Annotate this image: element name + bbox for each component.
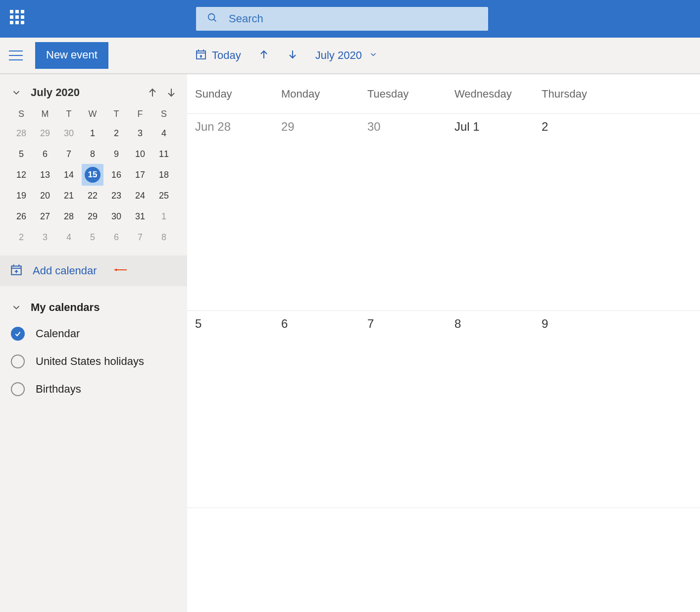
mini-day-cell[interactable]: 26 (9, 206, 33, 227)
mini-day-cell[interactable]: 13 (33, 164, 57, 185)
mini-day-cell[interactable]: 7 (57, 144, 81, 164)
mini-day-cell[interactable]: 12 (9, 164, 33, 185)
today-button[interactable]: Today (195, 49, 241, 62)
mini-day-cell[interactable]: 30 (57, 123, 81, 144)
day-cell[interactable]: 2 (534, 114, 700, 310)
menu-icon[interactable] (9, 51, 23, 60)
mini-day-cell[interactable]: 1 (152, 206, 176, 227)
mini-weekday-label: T (57, 105, 81, 123)
mini-day-cell[interactable]: 16 (104, 164, 128, 185)
mini-day-cell[interactable]: 2 (9, 227, 33, 248)
topbar (0, 0, 700, 38)
mini-day-cell[interactable]: 3 (128, 123, 152, 144)
mini-day-cell[interactable]: 31 (128, 206, 152, 227)
my-calendars-label: My calendars (31, 301, 100, 314)
month-picker[interactable]: July 2020 (315, 49, 378, 62)
day-cell[interactable]: 6 (273, 311, 359, 508)
mini-weekday-label: T (104, 105, 128, 123)
month-label: July 2020 (315, 49, 362, 62)
mini-day-cell[interactable]: 10 (128, 144, 152, 164)
calendar-today-icon (195, 49, 207, 62)
day-cell[interactable]: 5 (187, 311, 273, 508)
chevron-down-icon (11, 302, 22, 313)
day-cell[interactable]: 8 (447, 311, 534, 508)
mini-weekday-label: F (128, 105, 152, 123)
calendar-toggle-icon[interactable] (11, 355, 25, 368)
add-calendar-button[interactable]: Add calendar (0, 255, 187, 286)
day-cell[interactable]: Jun 28 (187, 114, 273, 310)
mini-day-cell[interactable]: 8 (152, 227, 176, 248)
calendar-toggle-icon[interactable] (11, 327, 25, 341)
mini-day-cell[interactable]: 6 (33, 144, 57, 164)
mini-day-cell[interactable]: 11 (152, 144, 176, 164)
chevron-down-icon[interactable] (11, 87, 22, 98)
svg-marker-12 (114, 268, 127, 271)
search-input[interactable] (229, 12, 477, 25)
next-period-button[interactable] (287, 49, 299, 62)
mini-day-cell[interactable]: 30 (104, 206, 128, 227)
mini-weekday-label: S (152, 105, 176, 123)
new-event-button[interactable]: New event (35, 42, 108, 69)
mini-day-cell[interactable]: 5 (81, 227, 104, 248)
mini-day-cell[interactable]: 4 (152, 123, 176, 144)
arrow-up-icon (258, 49, 270, 62)
mini-calendar: SMTWTFS282930123456789101112131415161718… (9, 105, 178, 248)
calendar-add-icon (10, 263, 23, 278)
prev-period-button[interactable] (258, 49, 270, 62)
mini-day-cell[interactable]: 9 (104, 144, 128, 164)
day-cell[interactable]: 9 (534, 311, 700, 508)
day-cell[interactable]: Jul 1 (447, 114, 534, 310)
mini-day-cell[interactable]: 14 (57, 164, 81, 185)
mini-day-cell[interactable]: 29 (33, 123, 57, 144)
weekday-header: Monday (273, 74, 359, 113)
day-cell[interactable]: 29 (273, 114, 359, 310)
mini-day-cell[interactable]: 28 (9, 123, 33, 144)
mini-weekday-label: S (9, 105, 33, 123)
mini-next-month[interactable] (165, 87, 177, 99)
mini-month-label: July 2020 (31, 86, 140, 99)
weekday-header: Wednesday (447, 74, 534, 113)
day-cell[interactable]: 7 (359, 311, 447, 508)
svg-line-1 (214, 19, 216, 22)
mini-day-cell[interactable]: 8 (81, 144, 104, 164)
mini-day-cell[interactable]: 7 (128, 227, 152, 248)
weekday-header: Tuesday (359, 74, 447, 113)
mini-day-cell[interactable]: 20 (33, 185, 57, 206)
mini-day-cell[interactable]: 18 (152, 164, 176, 185)
calendar-toggle-icon[interactable] (11, 382, 25, 396)
mini-weekday-label: M (33, 105, 57, 123)
mini-day-cell[interactable]: 3 (33, 227, 57, 248)
mini-day-cell[interactable]: 19 (9, 185, 33, 206)
mini-day-cell[interactable]: 24 (128, 185, 152, 206)
mini-day-cell[interactable]: 6 (104, 227, 128, 248)
mini-day-cell[interactable]: 17 (128, 164, 152, 185)
search-box[interactable] (196, 7, 488, 31)
mini-day-cell[interactable]: 29 (81, 206, 104, 227)
mini-day-cell[interactable]: 4 (57, 227, 81, 248)
calendar-item-label: Birthdays (36, 383, 81, 396)
mini-day-cell[interactable]: 22 (81, 185, 104, 206)
mini-month-nav: July 2020 (0, 74, 187, 105)
calendar-item-label: Calendar (36, 327, 80, 340)
calendar-grid: SundayMondayTuesdayWednesdayThursday Jun… (187, 74, 700, 612)
mini-day-cell[interactable]: 25 (152, 185, 176, 206)
calendar-list-item[interactable]: Birthdays (0, 375, 187, 403)
mini-day-cell[interactable]: 15 (81, 164, 104, 185)
mini-day-cell[interactable]: 21 (57, 185, 81, 206)
sidebar: July 2020 SMTWTFS28293012345678910111213… (0, 74, 187, 612)
day-cell[interactable]: 30 (359, 114, 447, 310)
mini-weekday-label: W (81, 105, 104, 123)
mini-day-cell[interactable]: 28 (57, 206, 81, 227)
mini-day-cell[interactable]: 23 (104, 185, 128, 206)
mini-day-cell[interactable]: 1 (81, 123, 104, 144)
calendar-list-item[interactable]: Calendar (0, 320, 187, 348)
weekday-header: Thursday (534, 74, 700, 113)
mini-prev-month[interactable] (147, 87, 158, 99)
chevron-down-icon (369, 50, 378, 61)
app-launcher-icon[interactable] (10, 10, 28, 28)
mini-day-cell[interactable]: 27 (33, 206, 57, 227)
mini-day-cell[interactable]: 5 (9, 144, 33, 164)
my-calendars-header[interactable]: My calendars (0, 286, 187, 320)
calendar-list-item[interactable]: United States holidays (0, 348, 187, 375)
mini-day-cell[interactable]: 2 (104, 123, 128, 144)
